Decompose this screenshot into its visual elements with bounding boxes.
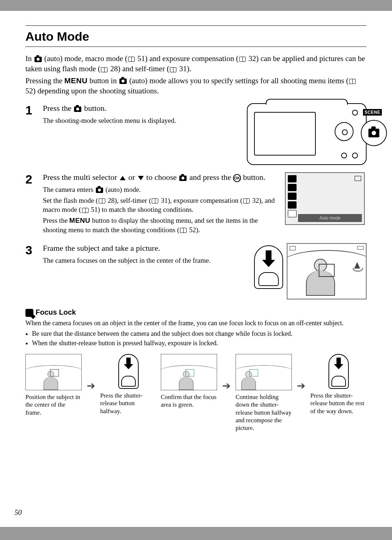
page-number: 50	[15, 508, 22, 517]
step3-figures	[254, 243, 367, 299]
manual-page: More on Shooting Auto Mode In (auto) mod…	[0, 11, 392, 527]
arrow-icon: ➔	[296, 380, 306, 392]
lcd-label: Auto mode	[298, 214, 362, 222]
menu-label: MENU	[69, 217, 90, 224]
down-icon	[138, 176, 144, 180]
camera-figure: SCENE	[247, 103, 367, 165]
focus-lock-sequence: Position the subject in the center of th…	[25, 354, 367, 432]
seq-thumb-1	[25, 354, 82, 390]
step-number: 2	[25, 172, 36, 236]
focus-lock-body: When the camera focuses on an object in …	[25, 319, 367, 347]
arrow-icon: ➔	[86, 380, 96, 392]
ok-icon: OK	[233, 174, 241, 182]
arrow-icon: ➔	[221, 380, 231, 392]
step-1: 1 Press the button. The shooting-mode se…	[25, 103, 367, 165]
up-icon	[120, 176, 126, 180]
menu-label: MENU	[64, 76, 87, 85]
step-3: 3 Frame the subject and take a picture. …	[25, 243, 367, 299]
camera-icon	[179, 176, 187, 181]
rule	[25, 25, 367, 26]
seq-thumb-5	[328, 354, 349, 389]
seq-thumb-2	[118, 354, 139, 389]
rule	[25, 47, 367, 47]
camera-button-callout	[361, 120, 387, 146]
book-icon	[170, 67, 176, 72]
book-icon	[349, 79, 356, 84]
camera-icon	[119, 78, 127, 84]
camera-icon	[74, 106, 81, 112]
lcd-view-figure	[287, 243, 367, 299]
focus-lock-heading: Focus Lock	[25, 308, 367, 317]
tip-icon	[25, 309, 33, 317]
seq-thumb-3	[161, 354, 217, 390]
page-title: Auto Mode	[25, 29, 367, 44]
step-number: 1	[25, 103, 36, 165]
step-number: 3	[25, 243, 36, 257]
camera-icon	[34, 57, 42, 62]
intro-text: In (auto) mode, macro mode ( 51) and exp…	[25, 53, 367, 96]
scene-badge: SCENE	[363, 109, 382, 116]
book-icon	[152, 198, 158, 203]
book-icon	[128, 57, 135, 62]
lcd-menu-figure: Auto mode	[285, 172, 367, 236]
book-icon	[82, 208, 89, 213]
book-icon	[243, 198, 250, 203]
shutter-press-figure	[254, 245, 283, 289]
book-icon	[239, 57, 246, 62]
camera-icon	[96, 188, 103, 193]
step-2: 2 Press the multi selector or to choose …	[25, 172, 367, 236]
book-icon	[180, 228, 187, 233]
seq-thumb-4	[236, 354, 292, 390]
book-icon	[101, 67, 107, 72]
book-icon	[99, 198, 105, 203]
